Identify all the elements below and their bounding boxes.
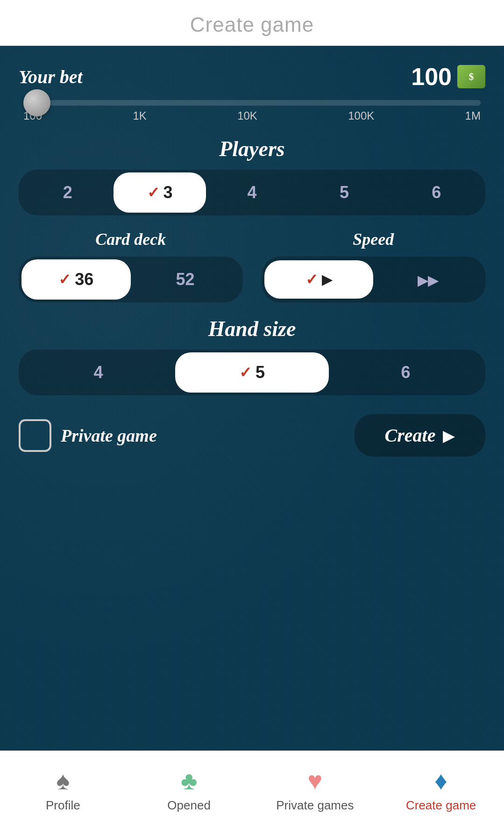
nav-label-1: Opened	[167, 798, 211, 813]
card-speed-section: Card deck ✓3652 Speed ✓▶▶▶	[19, 229, 485, 302]
speed-label: Speed	[262, 229, 486, 249]
nav-label-0: Profile	[46, 798, 80, 813]
slider-label-10k: 10K	[237, 109, 257, 122]
nav-icon-1: ♣	[181, 768, 197, 794]
speed-option-0[interactable]: ✓▶	[264, 260, 374, 299]
slider-label-1m: 1M	[465, 109, 481, 122]
players-option-3[interactable]: ✓3	[114, 172, 206, 213]
slider-label-1k: 1K	[133, 109, 146, 122]
players-option-2[interactable]: 2	[21, 172, 114, 213]
card-deck-label: Card deck	[19, 229, 243, 249]
create-play-icon: ▶	[443, 426, 455, 445]
deck-option-52[interactable]: 52	[131, 259, 240, 300]
page-title: Create game	[0, 0, 504, 46]
bet-section: Your bet 100 100 1K 10K 100K 1M	[19, 63, 485, 122]
bet-slider-container[interactable]: 100 1K 10K 100K 1M	[19, 100, 485, 122]
main-content: Your bet 100 100 1K 10K 100K 1M Players …	[0, 46, 504, 751]
speed-option-1[interactable]: ▶▶	[373, 259, 483, 300]
nav-label-2: Private games	[276, 798, 354, 813]
players-option-6[interactable]: 6	[390, 172, 483, 213]
private-game-left: Private game	[19, 419, 157, 452]
bet-amount: 100	[411, 63, 485, 91]
bet-value: 100	[411, 63, 452, 91]
slider-track	[23, 100, 481, 106]
create-button-label: Create	[385, 424, 436, 446]
handsize-option-6[interactable]: 6	[329, 352, 483, 393]
slider-thumb[interactable]	[23, 89, 50, 116]
nav-item-opened[interactable]: ♣Opened	[126, 751, 252, 830]
bet-header: Your bet 100	[19, 63, 485, 91]
bet-label: Your bet	[19, 66, 83, 88]
nav-label-3: Create game	[406, 798, 476, 813]
slider-label-100k: 100K	[348, 109, 374, 122]
speed-section: Speed ✓▶▶▶	[262, 229, 486, 302]
hand-size-options: 4✓56	[19, 350, 485, 395]
nav-icon-3: ♦	[434, 768, 447, 794]
create-button[interactable]: Create ▶	[355, 414, 485, 457]
players-options: 2✓3456	[19, 170, 485, 215]
players-option-5[interactable]: 5	[298, 172, 390, 213]
card-deck-section: Card deck ✓3652	[19, 229, 243, 302]
private-game-label: Private game	[61, 425, 157, 446]
nav-item-profile[interactable]: ♠Profile	[0, 751, 126, 830]
nav-item-create-game[interactable]: ♦Create game	[378, 751, 504, 830]
private-game-checkbox[interactable]	[19, 419, 51, 452]
nav-icon-0: ♠	[57, 768, 70, 794]
players-section-title: Players	[19, 136, 485, 161]
money-icon	[457, 65, 485, 88]
handsize-option-4[interactable]: 4	[21, 352, 175, 393]
bottom-nav: ♠Profile♣Opened♥Private games♦Create gam…	[0, 751, 504, 830]
nav-icon-2: ♥	[307, 768, 322, 794]
handsize-option-5[interactable]: ✓5	[175, 352, 329, 393]
slider-labels: 100 1K 10K 100K 1M	[23, 109, 481, 122]
nav-item-private-games[interactable]: ♥Private games	[252, 751, 378, 830]
deck-option-36[interactable]: ✓36	[21, 259, 131, 300]
speed-options: ✓▶▶▶	[262, 257, 486, 302]
private-create-row: Private game Create ▶	[19, 414, 485, 457]
players-option-4[interactable]: 4	[206, 172, 298, 213]
hand-size-section-title: Hand size	[19, 316, 485, 341]
card-deck-options: ✓3652	[19, 257, 243, 302]
